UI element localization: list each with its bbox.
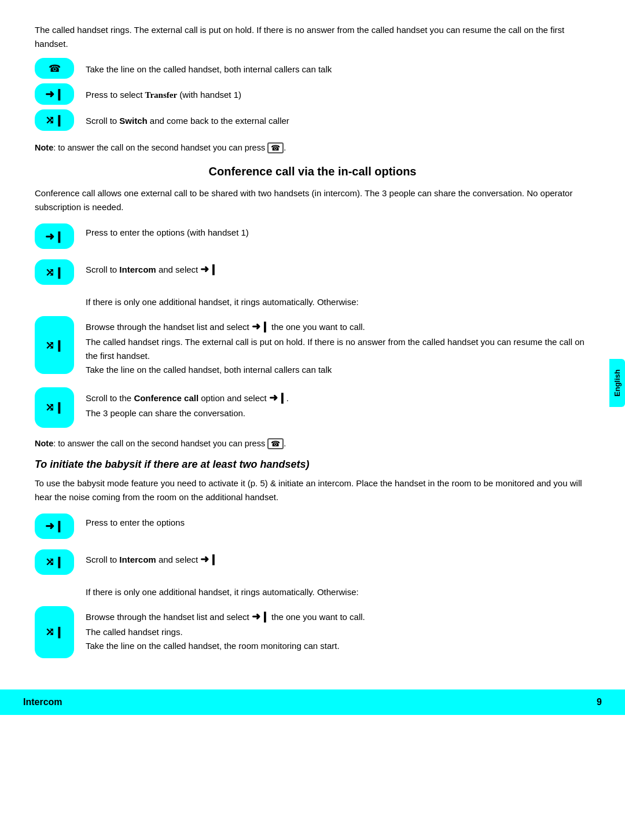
conf-step4-arrow-inline: ➜❙	[252, 321, 269, 332]
note1-label: Note	[35, 143, 53, 152]
page: The called handset rings. The external c…	[0, 0, 625, 715]
babysit-step2-text: Scroll to Intercom and select ➜❙	[86, 549, 590, 568]
babysit-step4-cyan: ⤮❙	[35, 606, 74, 658]
top-row2-text: Press to select Transfer (with handset 1…	[86, 83, 590, 102]
conf-step2-arrow-inline: ➜❙	[200, 263, 218, 275]
conf-step4: ⤮❙ Browse through the handset list and s…	[35, 316, 590, 377]
note2-label: Note	[35, 439, 53, 448]
conference-title: Conference call via the in-call options	[35, 165, 590, 178]
arrow-cyan-box: ➜❙	[35, 83, 74, 105]
babysit-step1-text: Press to enter the options	[86, 513, 590, 529]
conference-bold: Conference	[134, 393, 182, 403]
babysit-intro: To use the babysit mode feature you need…	[35, 476, 590, 504]
conference-intro: Conference call allows one external call…	[35, 186, 590, 214]
babysit-step1: ➜❙ Press to enter the options	[35, 513, 590, 539]
conf-step2: ⤮❙ Scroll to Intercom and select ➜❙	[35, 259, 590, 285]
conf-step1-arrow-icon: ➜❙	[45, 230, 64, 243]
conf-step3-note: If there is only one additional handset,…	[86, 295, 590, 309]
top-text: The called handset rings. The external c…	[35, 23, 590, 51]
top-row3: ⤮❙ Scroll to Switch and come back to the…	[35, 109, 590, 131]
conf-step2-cyan: ⤮❙	[35, 259, 74, 285]
intercom-bold2: Intercom	[119, 555, 156, 564]
conf-step1-cyan: ➜❙	[35, 223, 74, 249]
babysit-step1-cyan: ➜❙	[35, 513, 74, 539]
conf-step5-text: Scroll to the Conference call option and…	[86, 387, 590, 420]
note2-phone-icon: ☎	[267, 438, 284, 449]
phone-cyan-box: ☎	[35, 58, 74, 79]
arrow-nav-icon: ➜❙	[45, 87, 64, 101]
babysit-step4-arrow-inline: ➜❙	[252, 611, 269, 622]
babysit-title: To initiate the babysit if there are at …	[35, 458, 590, 471]
conf-step5-scroll-icon: ⤮❙	[45, 401, 64, 414]
footer-bar: Intercom 9	[0, 689, 625, 715]
babysit-step4-text: Browse through the handset list and sele…	[86, 606, 590, 653]
conf-step1: ➜❙ Press to enter the options (with hand…	[35, 223, 590, 249]
conf-step5-arrow-inline: ➜❙	[269, 392, 286, 404]
babysit-step2-arrow-inline: ➜❙	[200, 553, 218, 565]
conf-step5: ⤮❙ Scroll to the Conference call option …	[35, 387, 590, 428]
note1: Note: to answer the call on the second h…	[35, 142, 590, 153]
top-row2: ➜❙ Press to select Transfer (with handse…	[35, 83, 590, 105]
top-intro-text: The called handset rings. The external c…	[35, 23, 590, 51]
scroll-nav-icon: ⤮❙	[45, 113, 64, 127]
scroll-cyan-box: ⤮❙	[35, 109, 74, 131]
babysit-step2: ⤮❙ Scroll to Intercom and select ➜❙	[35, 549, 590, 575]
phone-icon: ☎	[49, 63, 61, 75]
top-row1-text: Take the line on the called handset, bot…	[86, 58, 590, 76]
babysit-step3-note: If there is only one additional handset,…	[86, 585, 590, 599]
conf-step4-text: Browse through the handset list and sele…	[86, 316, 590, 377]
babysit-step1-arrow-icon: ➜❙	[45, 519, 64, 533]
intercom-bold1: Intercom	[119, 265, 156, 274]
conf-step5-cyan: ⤮❙	[35, 387, 74, 428]
conf-step1-text: Press to enter the options (with handset…	[86, 223, 590, 239]
conf-step2-text: Scroll to Intercom and select ➜❙	[86, 259, 590, 278]
footer-label: Intercom	[23, 697, 62, 707]
babysit-step2-scroll-icon: ⤮❙	[45, 555, 64, 568]
conf-step4-scroll-icon: ⤮❙	[45, 339, 64, 352]
english-tab: English	[609, 359, 625, 407]
conf-step2-scroll-icon: ⤮❙	[45, 266, 64, 279]
switch-bold: Switch	[119, 116, 147, 126]
transfer-bold: Transfer	[145, 90, 178, 100]
top-row1: ☎ Take the line on the called handset, b…	[35, 58, 590, 79]
note1-phone-icon: ☎	[267, 142, 284, 153]
top-row3-text: Scroll to Switch and come back to the ex…	[86, 109, 590, 127]
note2: Note: to answer the call on the second h…	[35, 438, 590, 449]
conf-step4-cyan: ⤮❙	[35, 316, 74, 374]
babysit-step2-cyan: ⤮❙	[35, 549, 74, 575]
babysit-step4: ⤮❙ Browse through the handset list and s…	[35, 606, 590, 658]
footer-page: 9	[597, 697, 602, 707]
babysit-step4-scroll-icon: ⤮❙	[45, 625, 64, 639]
